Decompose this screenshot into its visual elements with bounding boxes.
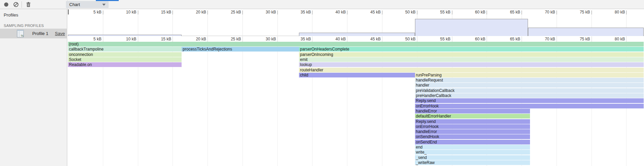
clear-button[interactable] (13, 2, 19, 7)
ruler-tick-label: 35 kB (287, 10, 311, 14)
svg-text:%: % (21, 34, 24, 37)
ruler-tick-label: 80 kB (601, 37, 625, 41)
ruler-tick-label: 65 kB (496, 10, 520, 14)
flame-bar[interactable]: end (415, 145, 530, 150)
overview-ruler: 5 kB10 kB15 kB20 kB25 kB30 kB35 kB40 kB4… (68, 9, 644, 14)
flame-bar[interactable]: Reply.send (415, 98, 644, 103)
flame-bar[interactable]: parserOnIncoming (299, 52, 644, 57)
ruler-tick (522, 10, 522, 14)
overview-gridline (242, 14, 243, 36)
flame-bar[interactable]: defaultErrorHandler (415, 114, 530, 119)
ruler-tick-label: 55 kB (427, 37, 451, 41)
ruler-tick (103, 36, 103, 42)
ruler-tick (277, 10, 278, 14)
flame-bar[interactable]: Socket (68, 57, 182, 62)
ruler-tick-label: 15 kB (147, 10, 171, 14)
overview-step (299, 33, 415, 36)
flame-bar[interactable]: routeHandler (299, 68, 644, 72)
ruler-tick-label: 70 kB (531, 37, 555, 41)
flame-bar[interactable]: preValidationCallback (415, 88, 644, 93)
flame-bar[interactable]: runPreParsing (415, 73, 644, 77)
ruler-tick (347, 10, 347, 14)
ruler-tick-label: 55 kB (427, 10, 451, 14)
ruler-tick (173, 10, 173, 14)
profile-list-item[interactable]: % Profile 1 Save (0, 29, 67, 38)
flame-bar[interactable]: emit (299, 57, 644, 62)
flame-bar[interactable]: callbackTrampoline (68, 47, 182, 52)
ruler-tick-label: 20 kB (182, 10, 206, 14)
view-mode-value: Chart (69, 2, 80, 7)
ruler-tick-label: 20 kB (182, 37, 206, 41)
flame-bar[interactable]: _send (415, 155, 530, 160)
ruler-tick (207, 36, 208, 42)
flame-bar[interactable]: onErrorHook (415, 124, 530, 129)
flamechart-gridline (207, 42, 208, 166)
flame-bar[interactable]: onconnection (68, 52, 182, 57)
ruler-tick-label: 70 kB (531, 10, 555, 14)
ruler-zero-marker (68, 9, 69, 14)
ruler-tick-label: 15 kB (147, 37, 171, 41)
profile-icon: % (17, 30, 24, 38)
ruler-tick (417, 36, 417, 42)
ruler-tick-label: 50 kB (392, 37, 416, 41)
ruler-tick (626, 10, 627, 14)
ruler-tick (626, 36, 627, 42)
flamechart-ruler: 5 kB10 kB15 kB20 kB25 kB30 kB35 kB40 kB4… (68, 36, 644, 42)
flame-bar[interactable]: lookup (299, 62, 644, 67)
ruler-tick (592, 36, 592, 42)
flame-bar[interactable]: write_ (415, 150, 530, 155)
ruler-tick (103, 10, 103, 14)
flame-bar[interactable]: Reply.send (415, 119, 530, 124)
ruler-tick-label: 25 kB (217, 37, 241, 41)
overview-step (528, 28, 644, 36)
sidebar: Profiles SAMPLING PROFILES % Profile 1 S… (0, 9, 67, 166)
ruler-tick-label: 65 kB (496, 37, 520, 41)
ruler-tick-label: 60 kB (461, 10, 485, 14)
flame-bar[interactable]: onSendHook (415, 134, 530, 139)
flame-bar[interactable]: child (299, 73, 415, 77)
flame-bar[interactable]: handleError (415, 129, 530, 134)
flame-bar[interactable]: onErrorHook (415, 104, 644, 108)
flame-bar[interactable]: _writeRaw (415, 160, 530, 165)
ruler-tick-label: 25 kB (217, 10, 241, 14)
heap-profiler-chart: 5 kB10 kB15 kB20 kB25 kB30 kB35 kB40 kB4… (68, 9, 644, 166)
flame-bar[interactable]: (root) (68, 42, 644, 46)
ruler-tick-label: 60 kB (461, 37, 485, 41)
ruler-tick (242, 36, 243, 42)
ruler-tick-label: 5 kB (78, 10, 102, 14)
flame-bar[interactable]: handler (415, 83, 644, 88)
ruler-tick (487, 10, 487, 14)
ruler-tick-label: 40 kB (322, 10, 346, 14)
flame-bar[interactable]: Readable.on (68, 62, 182, 67)
ruler-tick-label: 80 kB (601, 10, 625, 14)
overview-step (415, 19, 528, 36)
ruler-tick (312, 10, 312, 14)
ruler-tick (592, 10, 592, 14)
ruler-tick (452, 36, 452, 42)
view-mode-select[interactable]: Chart (66, 1, 109, 8)
flame-bar[interactable]: parserOnHeadersComplete (299, 47, 644, 52)
ruler-tick (487, 36, 487, 42)
toolbar: Chart (0, 0, 644, 9)
ruler-tick (207, 10, 208, 14)
record-button[interactable] (3, 2, 9, 7)
save-profile-link[interactable]: Save (55, 31, 65, 36)
flamechart: (root)callbackTrampolineprocessTicksAndR… (68, 42, 644, 166)
ruler-tick (347, 36, 347, 42)
flame-bar[interactable]: handleRequest (415, 78, 644, 82)
overview-gridline (207, 14, 208, 36)
ruler-tick-label: 10 kB (113, 37, 137, 41)
ruler-tick-label: 75 kB (566, 10, 590, 14)
active-tab-indicator (96, 0, 119, 1)
ruler-tick (417, 10, 417, 14)
flame-bar[interactable]: processTicksAndRejections (182, 47, 299, 52)
flame-bar[interactable]: handleError (415, 109, 530, 113)
overview-gridline (173, 14, 173, 36)
overview-gridline (277, 14, 278, 36)
overview-gridline (138, 14, 138, 36)
flame-bar[interactable]: preHandlerCallback (415, 93, 644, 98)
memory-overview-pane[interactable] (68, 14, 644, 36)
delete-profile-button[interactable] (26, 2, 31, 7)
ruler-tick (138, 36, 138, 42)
flame-bar[interactable]: onSendEnd (415, 140, 530, 144)
